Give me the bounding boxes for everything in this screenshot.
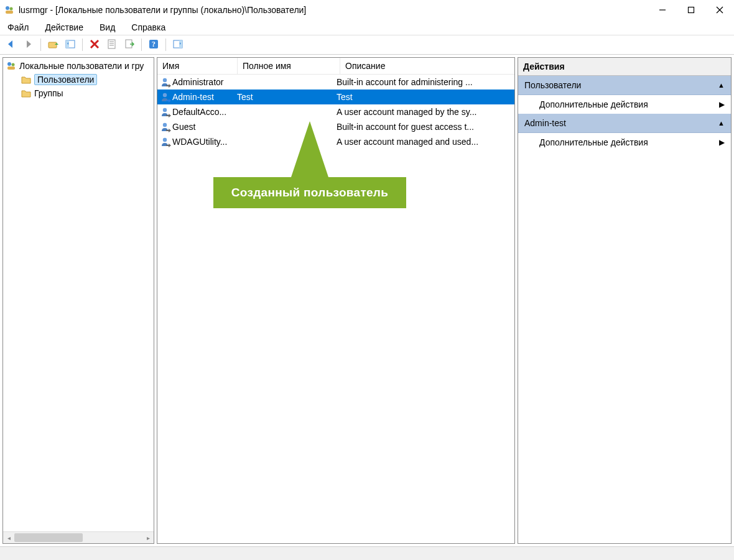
actions-section-users-label: Пользователи bbox=[524, 80, 581, 90]
user-disabled-icon bbox=[160, 106, 171, 117]
menu-help[interactable]: Справка bbox=[129, 21, 173, 34]
user-name-label: Admin-test bbox=[172, 92, 214, 102]
horizontal-scrollbar[interactable]: ◂ ▸ bbox=[3, 531, 154, 543]
actions-section-admin-test[interactable]: Admin-test ▲ bbox=[518, 114, 731, 133]
submenu-arrow-icon: ▶ bbox=[719, 100, 725, 109]
scroll-track[interactable] bbox=[83, 532, 142, 543]
users-groups-icon bbox=[6, 60, 17, 71]
menubar: Файл Действие Вид Справка bbox=[0, 20, 734, 35]
actions-title: Действия bbox=[518, 58, 731, 76]
user-description-cell: Built-in account for guest access t... bbox=[334, 122, 514, 132]
menu-view[interactable]: Вид bbox=[97, 21, 123, 34]
svg-rect-4 bbox=[689, 7, 694, 13]
forward-button[interactable] bbox=[21, 37, 36, 52]
app-icon bbox=[4, 4, 15, 16]
tree-users-label: Пользователи bbox=[34, 74, 97, 85]
column-header-name[interactable]: Имя bbox=[157, 58, 238, 74]
toolbar-separator bbox=[165, 39, 166, 51]
minimize-button[interactable] bbox=[648, 0, 677, 20]
user-disabled-icon bbox=[160, 76, 171, 88]
user-icon bbox=[160, 91, 171, 103]
user-description-cell: A user account managed by the sy... bbox=[334, 107, 514, 117]
scroll-left-arrow[interactable]: ◂ bbox=[3, 532, 14, 543]
actions-panel: Действия Пользователи ▲ Дополнительные д… bbox=[518, 57, 732, 544]
show-hide-console-button[interactable] bbox=[63, 37, 78, 52]
actions-item-more-1[interactable]: Дополнительные действия ▶ bbox=[518, 95, 731, 114]
svg-rect-23 bbox=[7, 67, 15, 70]
export-list-button[interactable] bbox=[122, 37, 137, 52]
folder-up-icon bbox=[47, 39, 58, 52]
window-controls bbox=[648, 0, 734, 20]
svg-point-27 bbox=[163, 123, 167, 127]
svg-rect-9 bbox=[66, 40, 69, 48]
user-row[interactable]: Admin-testTestTest bbox=[157, 90, 514, 104]
help-button[interactable]: ? bbox=[146, 37, 161, 52]
svg-rect-2 bbox=[6, 11, 13, 14]
tree-node-groups[interactable]: Группы bbox=[3, 86, 154, 100]
user-name-cell: DefaultAcco... bbox=[157, 106, 235, 117]
main-area: Локальные пользователи и гру Пользовател… bbox=[0, 55, 734, 547]
user-name-cell: WDAGUtility... bbox=[157, 136, 235, 147]
tree-panel: Локальные пользователи и гру Пользовател… bbox=[2, 57, 154, 544]
console-tree-icon bbox=[65, 39, 76, 52]
user-row[interactable]: WDAGUtility...A user account managed and… bbox=[157, 134, 514, 149]
user-name-label: Administrator bbox=[172, 77, 223, 87]
menu-file[interactable]: Файл bbox=[5, 21, 36, 34]
up-button[interactable] bbox=[45, 37, 60, 52]
actions-item-more-2-label: Дополнительные действия bbox=[539, 137, 648, 147]
show-actions-pane-button[interactable] bbox=[170, 37, 185, 52]
svg-point-25 bbox=[163, 93, 167, 97]
maximize-button[interactable] bbox=[677, 0, 705, 20]
tree-root-node[interactable]: Локальные пользователи и гру bbox=[3, 59, 154, 73]
svg-rect-20 bbox=[179, 40, 182, 48]
tree-groups-label: Группы bbox=[34, 88, 63, 98]
titlebar: lusrmgr - [Локальные пользователи и груп… bbox=[0, 0, 734, 20]
properties-icon bbox=[106, 39, 118, 52]
actions-item-more-1-label: Дополнительные действия bbox=[539, 99, 648, 109]
close-button[interactable] bbox=[705, 0, 734, 20]
toolbar-separator bbox=[82, 39, 83, 51]
delete-button[interactable] bbox=[87, 37, 102, 52]
scroll-right-arrow[interactable]: ▸ bbox=[142, 532, 154, 543]
list-header: Имя Полное имя Описание bbox=[157, 58, 514, 75]
collapse-arrow-icon: ▲ bbox=[718, 119, 725, 127]
svg-point-28 bbox=[163, 138, 167, 142]
back-icon bbox=[6, 39, 17, 52]
callout-label: Созданный пользователь bbox=[213, 177, 406, 208]
scroll-thumb[interactable] bbox=[14, 533, 83, 542]
submenu-arrow-icon: ▶ bbox=[719, 138, 725, 147]
list-body: AdministratorBuilt-in account for admini… bbox=[157, 75, 514, 543]
column-header-description[interactable]: Описание bbox=[340, 58, 514, 74]
toolbar: ? bbox=[0, 35, 734, 55]
user-fullname-cell: Test bbox=[235, 92, 334, 102]
menu-action[interactable]: Действие bbox=[42, 21, 91, 34]
export-icon bbox=[124, 39, 135, 52]
user-row[interactable]: AdministratorBuilt-in account for admini… bbox=[157, 75, 514, 90]
toolbar-separator bbox=[141, 39, 142, 51]
forward-icon bbox=[23, 39, 34, 52]
svg-point-21 bbox=[7, 62, 11, 66]
actions-pane-icon bbox=[172, 39, 184, 52]
tree-node-users[interactable]: Пользователи bbox=[3, 73, 154, 86]
properties-button[interactable] bbox=[105, 37, 119, 52]
user-name-label: Guest bbox=[172, 122, 195, 132]
actions-section-users[interactable]: Пользователи ▲ bbox=[518, 76, 731, 95]
svg-point-22 bbox=[12, 63, 15, 67]
svg-point-1 bbox=[10, 7, 13, 11]
back-button[interactable] bbox=[4, 37, 19, 52]
folder-icon bbox=[21, 74, 32, 85]
svg-rect-12 bbox=[108, 40, 115, 48]
column-header-fullname[interactable]: Полное имя bbox=[238, 58, 340, 74]
user-row[interactable]: GuestBuilt-in account for guest access t… bbox=[157, 119, 514, 134]
actions-item-more-2[interactable]: Дополнительные действия ▶ bbox=[518, 133, 731, 152]
user-name-cell: Guest bbox=[157, 121, 235, 132]
user-description-cell: A user account managed and used... bbox=[334, 137, 514, 147]
svg-point-26 bbox=[163, 108, 167, 112]
delete-icon bbox=[89, 39, 100, 52]
toolbar-separator bbox=[40, 39, 41, 51]
svg-point-0 bbox=[6, 6, 9, 10]
user-disabled-icon bbox=[160, 121, 171, 132]
user-name-cell: Admin-test bbox=[157, 91, 235, 103]
user-row[interactable]: DefaultAcco...A user account managed by … bbox=[157, 104, 514, 119]
user-description-cell: Test bbox=[334, 92, 514, 102]
